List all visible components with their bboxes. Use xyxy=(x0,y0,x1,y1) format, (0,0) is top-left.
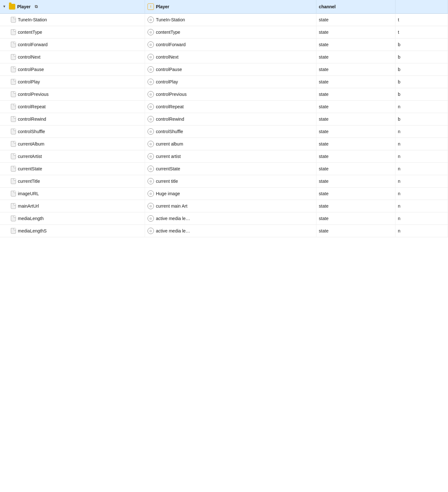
collapse-arrow-icon[interactable]: ▼ xyxy=(3,4,7,9)
file-icon xyxy=(11,191,16,196)
extra-label: b xyxy=(398,54,401,60)
name-cell: ◎ current title xyxy=(145,175,316,188)
file-icon xyxy=(11,216,16,221)
extra-label: n xyxy=(398,191,401,196)
state-circle-icon[interactable]: ◎ xyxy=(148,17,154,23)
extra-label: n xyxy=(398,104,401,109)
name-cell: ◎ active media le… xyxy=(145,212,316,225)
type-label: state xyxy=(319,203,329,209)
table-row: TuneIn-Station ◎ TuneIn-Station statet xyxy=(0,14,448,26)
extra-label: t xyxy=(398,30,399,35)
file-icon xyxy=(11,91,16,97)
state-circle-icon[interactable]: ◎ xyxy=(148,178,154,184)
type-label: state xyxy=(319,67,329,72)
name-cell: ◎ active media le… xyxy=(145,225,316,237)
tree-cell: controlRepeat xyxy=(0,101,145,113)
extra-cell: n xyxy=(395,150,448,163)
state-circle-icon[interactable]: ◎ xyxy=(148,153,154,160)
type-cell: state xyxy=(316,212,395,225)
name-item-label: contentType xyxy=(156,30,180,35)
file-icon xyxy=(11,17,16,23)
type-cell: state xyxy=(316,76,395,88)
copy-icon[interactable]: ⧉ xyxy=(33,3,40,10)
name-item-label: current title xyxy=(156,179,178,184)
extra-label: b xyxy=(398,117,401,122)
extra-cell: t xyxy=(395,14,448,26)
type-cell: state xyxy=(316,200,395,212)
tree-cell: mainArtUrl xyxy=(0,200,145,212)
tree-item-label: mediaLength xyxy=(18,216,44,221)
tree-item-label: controlForward xyxy=(18,42,47,47)
tree-cell: mediaLengthS xyxy=(0,225,145,237)
type-label: state xyxy=(319,42,329,47)
extra-cell: n xyxy=(395,212,448,225)
col-header-type: channel xyxy=(316,0,395,14)
type-cell: state xyxy=(316,39,395,51)
state-circle-icon[interactable]: ◎ xyxy=(148,141,154,147)
type-label: state xyxy=(319,179,329,184)
state-circle-icon[interactable]: ◎ xyxy=(148,41,154,48)
tree-cell: mediaLength xyxy=(0,212,145,225)
name-cell: ◎ controlNext xyxy=(145,51,316,63)
tree-cell: controlShuffle xyxy=(0,125,145,138)
name-cell: ◎ controlForward xyxy=(145,39,316,51)
state-circle-icon[interactable]: ◎ xyxy=(148,29,154,35)
type-label: state xyxy=(319,79,329,84)
header-type-label: channel xyxy=(319,4,336,9)
name-cell: ◎ controlPrevious xyxy=(145,88,316,101)
tree-item-label: mediaLengthS xyxy=(18,228,47,233)
state-circle-icon[interactable]: ◎ xyxy=(148,215,154,222)
extra-label: b xyxy=(398,42,401,47)
state-circle-icon[interactable]: ◎ xyxy=(148,79,154,85)
name-cell: ◎ controlShuffle xyxy=(145,125,316,138)
tree-cell: currentTitle xyxy=(0,175,145,188)
extra-cell: b xyxy=(395,76,448,88)
table-row: controlNext ◎ controlNext stateb xyxy=(0,51,448,63)
name-item-label: active media le… xyxy=(156,216,190,221)
type-label: state xyxy=(319,104,329,109)
extra-cell: n xyxy=(395,163,448,175)
type-label: state xyxy=(319,17,329,22)
tree-item-label: controlNext xyxy=(18,54,40,60)
type-label: state xyxy=(319,92,329,97)
state-circle-icon[interactable]: ◎ xyxy=(148,54,154,60)
name-cell: ◎ TuneIn-Station xyxy=(145,14,316,26)
state-circle-icon[interactable]: ◎ xyxy=(148,66,154,73)
file-icon xyxy=(11,42,16,47)
name-cell: ◎ current album xyxy=(145,138,316,150)
extra-label: b xyxy=(398,79,401,84)
tree-item-label: mainArtUrl xyxy=(18,203,39,209)
type-cell: state xyxy=(316,113,395,125)
state-circle-icon[interactable]: ◎ xyxy=(148,103,154,110)
state-circle-icon[interactable]: ◎ xyxy=(148,190,154,197)
name-cell: ◎ current artist xyxy=(145,150,316,163)
extra-cell: n xyxy=(395,125,448,138)
name-cell: ◎ controlPause xyxy=(145,63,316,76)
table-row: contentType ◎ contentType statet xyxy=(0,26,448,39)
state-circle-icon[interactable]: ◎ xyxy=(148,166,154,172)
name-item-label: active media le… xyxy=(156,228,190,233)
table-row: currentState ◎ currentState staten xyxy=(0,163,448,175)
tree-cell: currentAlbum xyxy=(0,138,145,150)
name-item-label: current main Art xyxy=(156,203,187,209)
col-header-tree: ▼ Player ⧉ xyxy=(0,0,145,14)
state-circle-icon[interactable]: ◎ xyxy=(148,128,154,135)
table-row: controlPlay ◎ controlPlay stateb xyxy=(0,76,448,88)
type-cell: state xyxy=(316,63,395,76)
type-cell: state xyxy=(316,14,395,26)
extra-cell: n xyxy=(395,101,448,113)
state-circle-icon[interactable]: ◎ xyxy=(148,91,154,97)
tree-item-label: TuneIn-Station xyxy=(18,17,47,22)
state-circle-icon[interactable]: ◎ xyxy=(148,116,154,122)
state-circle-icon[interactable]: ◎ xyxy=(148,228,154,234)
extra-label: t xyxy=(398,17,399,22)
folder-icon xyxy=(9,4,15,10)
type-cell: state xyxy=(316,101,395,113)
table-row: currentArtist ◎ current artist staten xyxy=(0,150,448,163)
name-cell: ◎ controlRepeat xyxy=(145,101,316,113)
state-circle-icon[interactable]: ◎ xyxy=(148,203,154,209)
type-cell: state xyxy=(316,188,395,200)
name-item-label: controlPrevious xyxy=(156,92,187,97)
extra-label: n xyxy=(398,141,401,146)
tree-item-label: controlPause xyxy=(18,67,44,72)
